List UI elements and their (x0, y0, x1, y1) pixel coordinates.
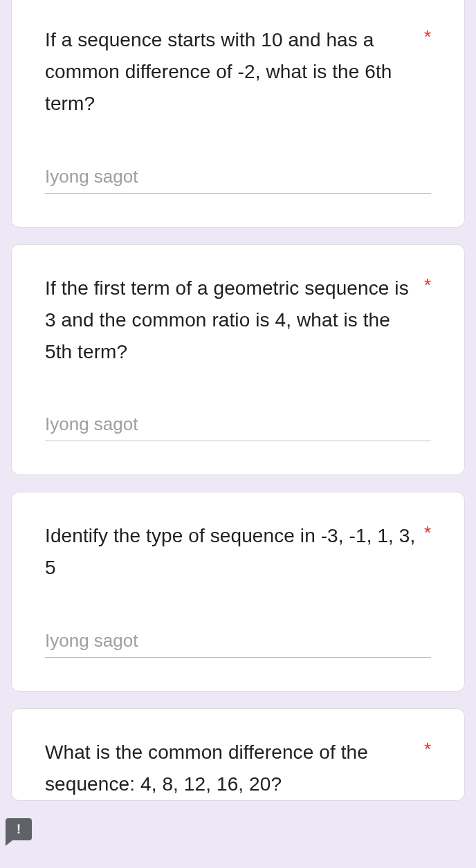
question-row: If a sequence starts with 10 and has a c… (45, 24, 431, 120)
answer-input[interactable] (45, 409, 431, 441)
answer-input-wrap (45, 409, 431, 441)
required-asterisk: * (424, 737, 431, 761)
required-asterisk: * (424, 24, 431, 49)
question-card: If the first term of a geometric sequenc… (11, 244, 465, 476)
answer-input-wrap (45, 162, 431, 194)
question-row: Identify the type of sequence in -3, -1,… (45, 520, 431, 584)
report-problem-icon[interactable]: ! (6, 818, 32, 840)
question-row: If the first term of a geometric sequenc… (45, 273, 431, 369)
question-text: If the first term of a geometric sequenc… (45, 273, 416, 369)
required-asterisk: * (424, 520, 431, 545)
form-container: If a sequence starts with 10 and has a c… (0, 0, 476, 801)
answer-input[interactable] (45, 162, 431, 194)
question-row: What is the common difference of the seq… (45, 737, 431, 800)
exclamation-icon: ! (17, 823, 21, 835)
question-card: What is the common difference of the seq… (11, 708, 465, 801)
question-text: What is the common difference of the seq… (45, 737, 416, 800)
question-text: Identify the type of sequence in -3, -1,… (45, 520, 416, 584)
required-asterisk: * (424, 273, 431, 297)
question-card: If a sequence starts with 10 and has a c… (11, 0, 465, 228)
answer-input[interactable] (45, 626, 431, 658)
question-text: If a sequence starts with 10 and has a c… (45, 24, 416, 120)
answer-input-wrap (45, 626, 431, 658)
question-card: Identify the type of sequence in -3, -1,… (11, 492, 465, 691)
